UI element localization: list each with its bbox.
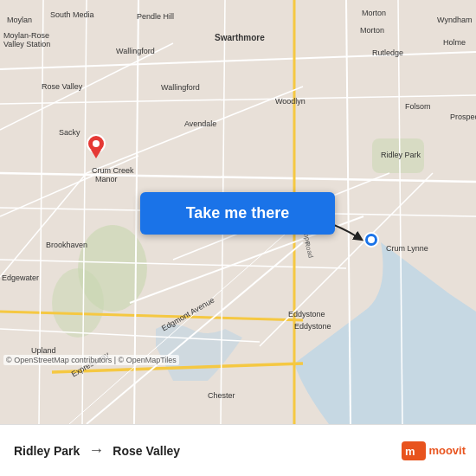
moovit-logo: m moovit <box>402 441 466 460</box>
svg-marker-32 <box>91 150 101 158</box>
moovit-icon: m <box>402 441 426 460</box>
route-arrow-icon: → <box>88 441 104 460</box>
svg-text:m: m <box>405 445 415 458</box>
red-location-pin <box>87 134 106 162</box>
blue-location-dot <box>363 232 379 251</box>
bottom-bar: Ridley Park → Rose Valley m moovit <box>0 424 476 476</box>
copyright-text: © OpenStreetMap contributors | © OpenMap… <box>3 355 179 365</box>
route-to: Rose Valley <box>113 444 180 458</box>
moovit-text: moovit <box>428 444 466 457</box>
svg-rect-3 <box>372 138 424 173</box>
svg-point-31 <box>93 140 100 147</box>
take-me-there-button[interactable]: Take me there <box>140 192 335 235</box>
svg-point-34 <box>368 236 375 243</box>
svg-point-2 <box>52 268 104 338</box>
route-from: Ridley Park <box>14 444 80 458</box>
map-container: Tempe Road Moylan South Media Pendle Hil… <box>0 0 476 424</box>
